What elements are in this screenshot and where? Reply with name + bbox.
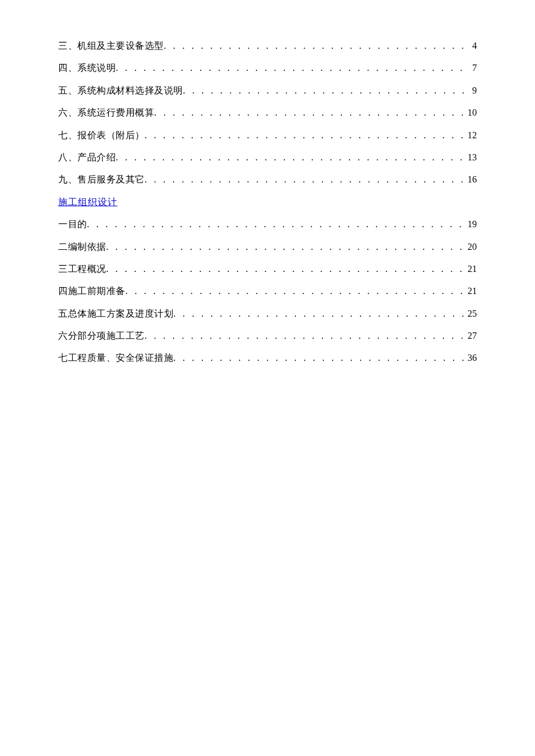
toc-leader-dots xyxy=(106,236,466,258)
toc-title: 二编制依据 xyxy=(58,236,106,258)
toc-leader-dots xyxy=(106,258,466,280)
section-link-label: 施工组织设计 xyxy=(58,197,117,207)
toc-leader-dots xyxy=(154,102,465,124)
toc-page-number: 4 xyxy=(470,35,477,57)
toc-page-number: 13 xyxy=(465,146,477,169)
toc-leader-dots xyxy=(173,347,465,369)
toc-title: 一目的 xyxy=(58,213,87,235)
toc-page-number: 10 xyxy=(465,102,477,124)
toc-page-number: 16 xyxy=(465,169,477,191)
toc-leader-dots xyxy=(173,303,465,325)
toc-title: 三工程概况 xyxy=(58,258,106,280)
toc-entry: 四、系统说明 7 xyxy=(58,57,477,79)
toc-entry: 五总体施工方案及进度计划 25 xyxy=(58,303,477,325)
toc-title: 六、系统运行费用概算 xyxy=(58,102,154,124)
toc-entry: 八、产品介绍 13 xyxy=(58,146,477,169)
toc-title: 三、机组及主要设备选型 xyxy=(58,35,164,57)
toc-entry: 二编制依据 20 xyxy=(58,236,477,258)
toc-title: 八、产品介绍 xyxy=(58,146,116,169)
toc-page-number: 25 xyxy=(465,303,477,325)
toc-entry: 三、机组及主要设备选型 4 xyxy=(58,35,477,57)
toc-entry: 六、系统运行费用概算 10 xyxy=(58,102,477,124)
toc-page-number: 9 xyxy=(470,80,477,102)
toc-leader-dots xyxy=(164,35,470,57)
toc-title: 九、售后服务及其它 xyxy=(58,169,145,191)
toc-entry: 七工程质量、安全保证措施 36 xyxy=(58,347,477,369)
toc-leader-dots xyxy=(116,146,465,169)
toc-page-number: 19 xyxy=(465,213,477,235)
toc-title: 七工程质量、安全保证措施 xyxy=(58,347,173,369)
toc-page-number: 7 xyxy=(470,57,477,79)
toc-title: 五总体施工方案及进度计划 xyxy=(58,303,173,325)
toc-title: 四施工前期准备 xyxy=(58,280,126,302)
toc-entry: 五、系统构成材料选择及说明 9 xyxy=(58,80,477,102)
toc-title: 四、系统说明 xyxy=(58,57,116,79)
toc-leader-dots xyxy=(183,80,470,102)
toc-page-number: 21 xyxy=(465,280,477,302)
toc-entry: 六分部分项施工工艺 27 xyxy=(58,325,477,347)
toc-page-number: 21 xyxy=(465,258,477,280)
toc-title: 五、系统构成材料选择及说明 xyxy=(58,80,183,102)
toc-entry: 四施工前期准备 21 xyxy=(58,280,477,302)
section-link-construction-design[interactable]: 施工组织设计 xyxy=(58,191,477,213)
toc-page-number: 27 xyxy=(465,325,477,347)
toc-leader-dots xyxy=(87,213,466,235)
toc-page-number: 12 xyxy=(465,124,477,146)
toc-title: 七、报价表（附后） xyxy=(58,124,145,146)
toc-page-number: 20 xyxy=(465,236,477,258)
toc-entry: 三工程概况 21 xyxy=(58,258,477,280)
toc-leader-dots xyxy=(116,57,470,79)
toc-entry: 七、报价表（附后） 12 xyxy=(58,124,477,146)
toc-leader-dots xyxy=(145,325,466,347)
document-page: 三、机组及主要设备选型 4 四、系统说明 7 五、系统构成材料选择及说明 9 六… xyxy=(0,0,535,756)
toc-leader-dots xyxy=(145,124,466,146)
toc-leader-dots xyxy=(126,280,466,302)
toc-title: 六分部分项施工工艺 xyxy=(58,325,145,347)
toc-entry: 一目的 19 xyxy=(58,213,477,235)
toc-leader-dots xyxy=(145,169,466,191)
toc-entry: 九、售后服务及其它 16 xyxy=(58,169,477,191)
toc-page-number: 36 xyxy=(465,347,477,369)
